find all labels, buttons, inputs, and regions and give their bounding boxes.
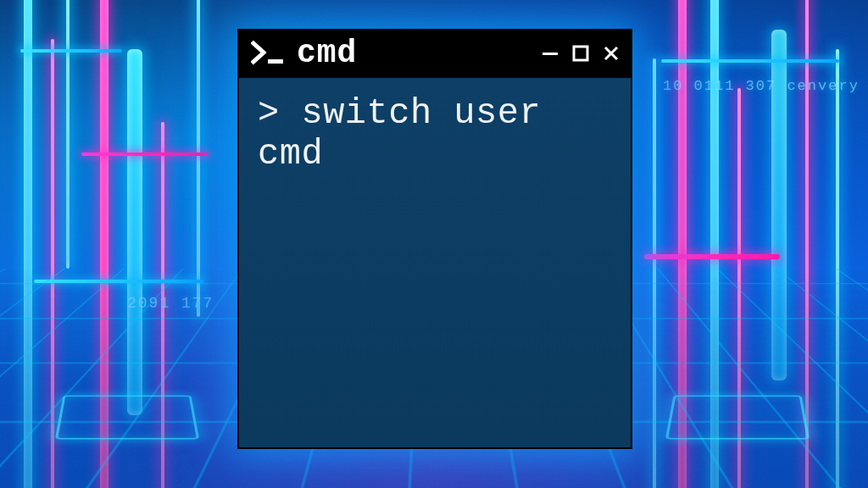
terminal-body[interactable]: > switch user cmd — [239, 78, 631, 447]
maximize-button[interactable] — [571, 44, 590, 63]
terminal-window: cmd > switch user cmd — [239, 30, 631, 447]
svg-rect-0 — [268, 59, 283, 64]
window-titlebar[interactable]: cmd — [239, 30, 631, 78]
svg-rect-2 — [574, 47, 587, 60]
terminal-prompt-icon — [251, 41, 288, 66]
prompt-symbol: > — [258, 93, 301, 134]
close-button[interactable] — [602, 44, 620, 63]
command-text: switch user cmd — [258, 93, 563, 175]
svg-rect-1 — [542, 53, 558, 55]
window-title: cmd — [297, 37, 357, 69]
minimize-button[interactable] — [541, 44, 559, 63]
window-controls — [541, 44, 620, 63]
command-line: > switch user cmd — [258, 93, 612, 175]
decor-text-right: 10 0111 307 cenvery — [663, 78, 860, 94]
